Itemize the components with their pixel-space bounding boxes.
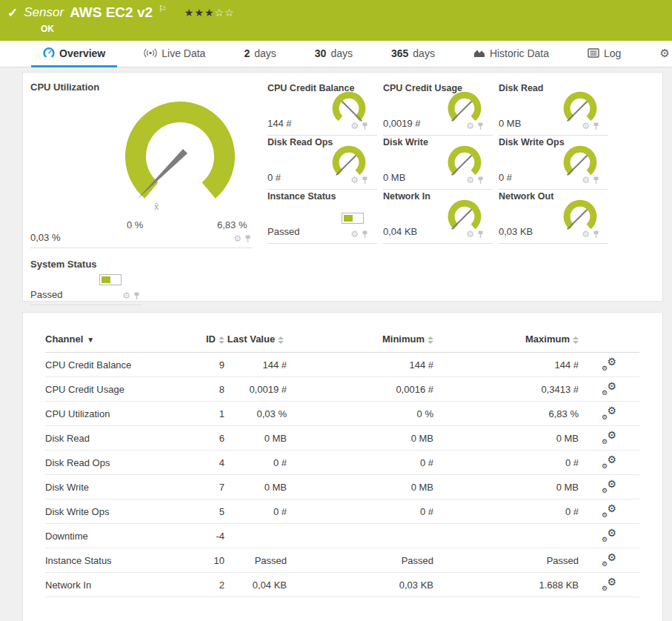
channel-settings-button[interactable]: ⚙⚙ [602, 382, 616, 395]
column-header-maximum[interactable]: Maximum [433, 333, 579, 353]
tab-30-days[interactable]: 30days [303, 41, 365, 67]
gear-icon[interactable]: ⚙ [582, 230, 590, 239]
cell-value: 0,03 KB [499, 226, 533, 237]
main-gauge-min-label: 0 % [127, 219, 143, 230]
channel-name[interactable]: CPU Utilization [45, 402, 179, 426]
tab-overview[interactable]: Overview [31, 41, 117, 67]
pin-icon[interactable] [133, 292, 140, 300]
channel-settings-button[interactable]: ⚙⚙ [602, 577, 616, 591]
gear-icon[interactable]: ⚙ [466, 230, 474, 239]
channel-maximum: 0 # [433, 499, 579, 524]
tab-historic-data[interactable]: Historic Data [462, 41, 561, 67]
channel-maximum: 1.688 KB [433, 573, 579, 597]
pin-icon[interactable] [362, 122, 368, 130]
pin-icon[interactable] [362, 176, 368, 185]
gear-icon[interactable]: ⚙ [466, 176, 474, 185]
channel-name[interactable]: Disk Read Ops [45, 451, 179, 475]
channel-id: 5 [179, 499, 224, 524]
channel-cell-cpu-credit-usage[interactable]: CPU Credit Usage0,0019 #⚙ [383, 82, 493, 136]
sensor-label: Sensor [24, 5, 64, 20]
gear-icon[interactable]: ⚙ [350, 122, 359, 130]
channel-cell-instance-status[interactable]: Instance StatusPassed⚙ [267, 190, 377, 244]
channel-settings-button[interactable]: ⚙⚙ [602, 553, 616, 566]
main-gauge: x̄ 0 % 6,83 % [30, 94, 253, 229]
channel-name[interactable]: Disk Write [45, 475, 179, 499]
flag-icon[interactable]: ⚐ [159, 4, 167, 14]
channel-settings-button[interactable]: ⚙⚙ [602, 406, 616, 419]
channel-cell-disk-write-ops[interactable]: Disk Write Ops0 #⚙ [499, 136, 608, 190]
channel-cell-disk-read-ops[interactable]: Disk Read Ops0 #⚙ [267, 136, 377, 190]
pin-icon[interactable] [244, 235, 251, 243]
log-icon [588, 48, 599, 58]
pin-icon[interactable] [593, 176, 599, 185]
gear-icon[interactable]: ⚙ [350, 230, 359, 239]
tab-label: days [413, 47, 435, 59]
cell-title: Instance Status [267, 190, 377, 202]
mini-gauge-grid: CPU Credit Balance144 #⚙CPU Credit Usage… [267, 82, 608, 301]
channel-minimum: 0 MB [287, 426, 433, 451]
channel-name[interactable]: Disk Write Ops [45, 499, 179, 524]
channel-settings-button[interactable]: ⚙⚙ [602, 431, 616, 444]
tab-2-days[interactable]: 2days [232, 41, 287, 67]
channel-cell-cpu-credit-balance[interactable]: CPU Credit Balance144 #⚙ [267, 82, 377, 136]
broadcast-icon [144, 48, 157, 58]
channel-settings-button[interactable]: ⚙⚙ [602, 528, 616, 542]
pin-icon[interactable] [477, 176, 484, 185]
channel-name[interactable]: CPU Credit Balance [45, 353, 179, 377]
channel-maximum: Passed [433, 548, 579, 573]
channel-last-value: 144 # [224, 353, 287, 377]
tab-365-days[interactable]: 365days [379, 41, 447, 67]
pin-icon[interactable] [362, 230, 368, 239]
gear-icon[interactable]: ⚙ [122, 291, 130, 300]
channel-settings-button[interactable]: ⚙⚙ [602, 479, 616, 493]
channel-name[interactable]: CPU Credit Usage [45, 377, 179, 402]
channel-settings-button[interactable]: ⚙⚙ [602, 455, 616, 468]
sort-icons [573, 336, 579, 344]
channel-name[interactable]: Network In [45, 573, 179, 597]
gear-icon[interactable]: ⚙ [466, 122, 474, 130]
channel-cell-disk-read[interactable]: Disk Read0 MB⚙ [499, 82, 608, 136]
channel-cell-network-in[interactable]: Network In0,04 KB⚙ [383, 190, 493, 244]
channel-minimum: Passed [287, 548, 433, 573]
pin-icon[interactable] [477, 122, 484, 130]
channel-minimum: 144 # [287, 353, 433, 377]
channel-name[interactable]: Downtime [45, 524, 179, 548]
cpu-utilization-gauge-cell[interactable]: CPU Utilization x̄ 0 % 6,83 % 0,03 % ⚙ [30, 82, 253, 248]
gear-icon[interactable]: ⚙ [582, 122, 590, 130]
table-row: CPU Credit Usage80,0019 #0,0016 #0,3413 … [45, 377, 639, 402]
cell-value: 0 MB [383, 172, 405, 183]
pin-icon[interactable] [593, 122, 599, 130]
channel-last-value [224, 524, 287, 548]
column-header-last-value[interactable]: Last Value [224, 333, 287, 353]
gear-icon[interactable]: ⚙ [350, 176, 359, 185]
gear-icon[interactable]: ⚙ [582, 176, 590, 185]
tab-log[interactable]: Log [576, 41, 633, 67]
gear-icon: ⚙ [659, 47, 669, 60]
channel-last-value: 0 # [224, 499, 287, 524]
channel-maximum: 0,3413 # [433, 377, 579, 402]
column-header-id[interactable]: ID [179, 333, 224, 353]
channel-name[interactable]: Disk Read [45, 426, 179, 451]
channel-last-value: 0,0019 # [224, 377, 287, 402]
channel-name[interactable]: Instance Status [45, 548, 179, 573]
sensor-name: AWS EC2 v2 [70, 4, 153, 21]
pin-icon[interactable] [477, 230, 484, 239]
gear-icon[interactable]: ⚙ [233, 234, 242, 243]
tab-settings[interactable]: ⚙Settings [648, 41, 672, 67]
channel-minimum [287, 524, 433, 548]
column-header-channel[interactable]: Channel▼ [45, 333, 179, 353]
table-row: Instance Status10PassedPassedPassed⚙⚙ [45, 548, 639, 573]
channel-cell-disk-write[interactable]: Disk Write0 MB⚙ [383, 136, 493, 190]
channel-maximum: 144 # [433, 353, 579, 377]
priority-stars[interactable]: ★★★☆☆ [184, 7, 235, 19]
column-header-minimum[interactable]: Minimum [287, 333, 433, 353]
tab-live-data[interactable]: Live Data [132, 41, 217, 67]
tab-number: 2 [244, 47, 250, 59]
channel-cell-network-out[interactable]: Network Out0,03 KB⚙ [499, 190, 608, 244]
sort-icons [219, 336, 224, 344]
pin-icon[interactable] [593, 230, 599, 239]
channel-settings-button[interactable]: ⚙⚙ [602, 504, 616, 517]
system-status-cell[interactable]: System Status Passed ⚙ [30, 259, 142, 305]
cell-value: 0 MB [499, 118, 521, 129]
channel-settings-button[interactable]: ⚙⚙ [602, 357, 616, 371]
